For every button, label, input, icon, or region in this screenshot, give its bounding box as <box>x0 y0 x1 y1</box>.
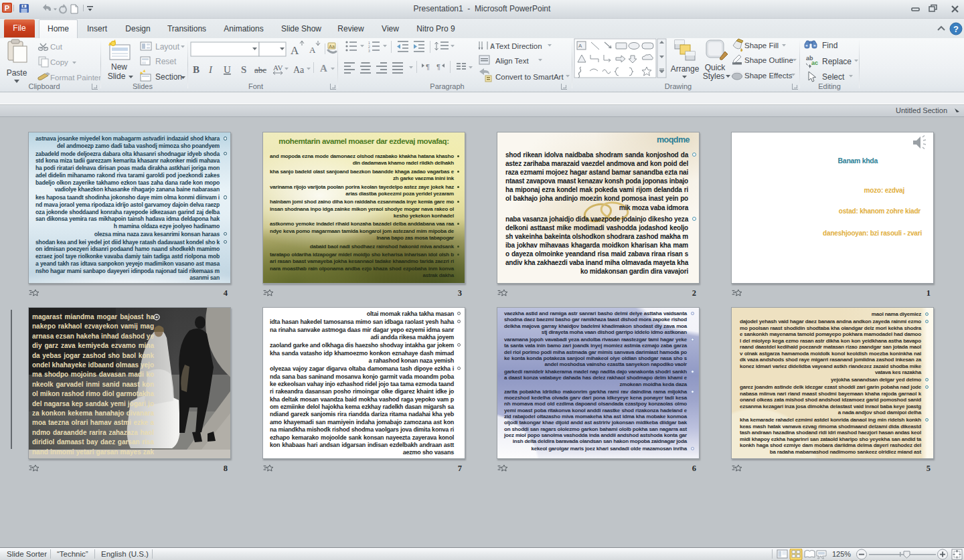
svg-text:B: B <box>193 64 199 75</box>
svg-text:?: ? <box>953 24 959 34</box>
svg-text:Align Text: Align Text <box>495 57 529 65</box>
svg-text:Select: Select <box>822 72 845 82</box>
svg-text:Styles: Styles <box>703 72 725 81</box>
svg-text:S: S <box>241 64 246 75</box>
svg-text:Copy: Copy <box>50 58 68 66</box>
svg-text:Slide: Slide <box>108 72 126 81</box>
svg-text:Section: Section <box>155 72 182 82</box>
svg-text:abc: abc <box>254 65 266 75</box>
svg-text:Shape Fill: Shape Fill <box>744 41 779 50</box>
svg-text:Arrange: Arrange <box>671 64 700 74</box>
svg-text:Aa: Aa <box>329 44 335 49</box>
svg-text:P: P <box>5 4 9 12</box>
svg-text:Text Direction: Text Direction <box>495 42 542 50</box>
svg-text:Reset: Reset <box>155 57 177 66</box>
svg-text:Convert to SmartArt: Convert to SmartArt <box>495 73 564 81</box>
svg-text:I: I <box>208 64 213 75</box>
svg-text:¶: ¶ <box>426 63 430 71</box>
svg-text:Quick: Quick <box>705 63 726 72</box>
svg-text:A: A <box>490 43 495 50</box>
svg-text:U: U <box>224 64 231 75</box>
svg-text:A: A <box>309 45 316 55</box>
svg-text:A: A <box>320 63 327 74</box>
svg-text:A: A <box>291 44 299 57</box>
svg-text:A: A <box>578 43 582 49</box>
svg-text:3: 3 <box>368 49 370 53</box>
svg-text:Aa: Aa <box>293 65 305 75</box>
svg-text:New: New <box>111 62 127 72</box>
svg-text:Replace: Replace <box>822 57 852 66</box>
svg-text:Layout: Layout <box>155 42 180 52</box>
svg-text:Shape Outline: Shape Outline <box>744 56 793 64</box>
svg-text:Cut: Cut <box>50 43 63 51</box>
svg-text:¶: ¶ <box>436 63 440 71</box>
svg-text:Format Painter: Format Painter <box>50 74 100 82</box>
svg-text:ac: ac <box>811 60 818 66</box>
svg-text:Paste: Paste <box>7 68 27 78</box>
svg-text:Shape Effects: Shape Effects <box>744 72 793 80</box>
svg-text:AV: AV <box>273 64 283 72</box>
svg-text:Find: Find <box>822 41 837 50</box>
